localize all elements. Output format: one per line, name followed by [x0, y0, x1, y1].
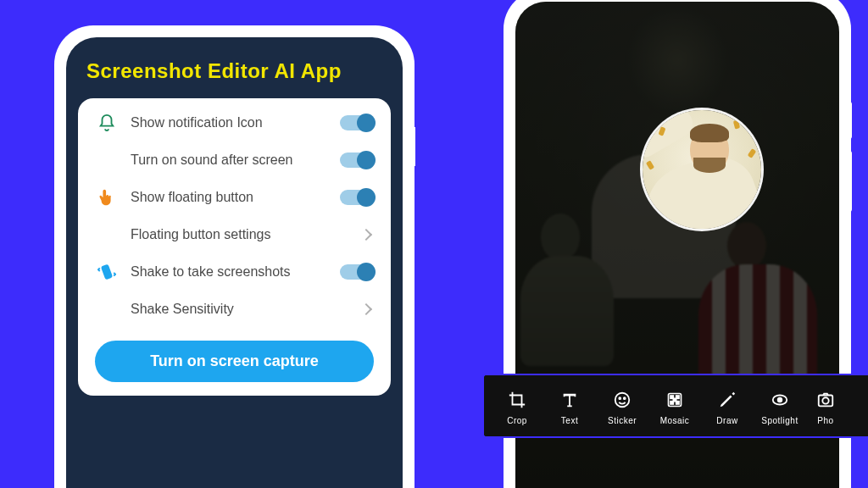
- bell-icon: [95, 114, 119, 132]
- text-icon: [559, 389, 581, 411]
- tool-crop[interactable]: Crop: [491, 389, 543, 425]
- promo-canvas: Screenshot Editor AI App Show notificati…: [0, 0, 868, 488]
- crop-icon: [506, 389, 528, 411]
- spotlight-icon: [769, 389, 791, 411]
- toggle-switch[interactable]: [340, 190, 374, 205]
- phone-side-button: [410, 127, 415, 166]
- draw-icon: [716, 389, 738, 411]
- toggle-switch[interactable]: [340, 264, 374, 280]
- tool-label: Crop: [507, 416, 527, 425]
- pointer-icon: [95, 188, 119, 207]
- shake-icon: [95, 263, 119, 281]
- setting-floating-button[interactable]: Show floating button: [78, 178, 391, 217]
- tool-draw[interactable]: Draw: [701, 389, 754, 425]
- svg-rect-9: [676, 401, 679, 403]
- svg-rect-8: [670, 401, 673, 403]
- turn-on-capture-button[interactable]: Turn on screen capture: [95, 341, 374, 382]
- tool-label: Text: [561, 416, 578, 425]
- setting-label: Show notification Icon: [131, 115, 328, 130]
- svg-point-3: [624, 397, 626, 399]
- tool-photo[interactable]: Pho: [806, 389, 845, 425]
- setting-floating-button-settings[interactable]: Floating button settings: [78, 217, 391, 252]
- tool-text[interactable]: Text: [543, 389, 596, 425]
- toggle-switch[interactable]: [340, 152, 374, 168]
- setting-label: Shake to take screenshots: [131, 264, 328, 280]
- setting-shake-screenshot[interactable]: Shake to take screenshots: [78, 252, 391, 291]
- svg-point-2: [619, 397, 620, 399]
- chevron-right-icon: [360, 303, 372, 315]
- setting-label: Show floating button: [131, 190, 328, 205]
- tool-label: Pho: [817, 416, 833, 425]
- tool-sticker[interactable]: Sticker: [596, 389, 648, 425]
- svg-rect-0: [101, 264, 113, 280]
- setting-label: Shake Sensitivity: [131, 302, 350, 317]
- tool-label: Sticker: [608, 416, 637, 425]
- phone-side-button: [847, 151, 852, 212]
- tool-label: Spotlight: [761, 416, 798, 425]
- settings-card: Show notification Icon Turn on sound aft…: [78, 98, 391, 396]
- setting-shake-sensitivity[interactable]: Shake Sensitivity: [78, 291, 391, 327]
- editor-toolbar: Crop Text Sticker Mosaic Draw: [482, 374, 868, 438]
- svg-point-1: [615, 392, 630, 407]
- mosaic-icon: [664, 389, 686, 411]
- photo-icon: [815, 389, 837, 411]
- spotlight-circle[interactable]: [643, 110, 761, 229]
- app-title: Screenshot Editor AI App: [78, 53, 391, 98]
- tool-mosaic[interactable]: Mosaic: [648, 389, 701, 425]
- svg-point-11: [778, 397, 782, 402]
- setting-label: Turn on sound after screen: [131, 152, 328, 168]
- setting-sound-after-screen[interactable]: Turn on sound after screen: [78, 142, 391, 178]
- sticker-icon: [611, 389, 633, 411]
- tool-label: Mosaic: [660, 416, 690, 425]
- setting-notification-icon[interactable]: Show notification Icon: [78, 103, 391, 142]
- chevron-right-icon: [360, 229, 372, 241]
- phone-side-button: [847, 102, 852, 139]
- tool-label: Draw: [716, 416, 737, 425]
- svg-point-13: [822, 397, 828, 403]
- setting-label: Floating button settings: [131, 227, 350, 242]
- toggle-switch[interactable]: [340, 115, 374, 130]
- phone-screen-left: Screenshot Editor AI App Show notificati…: [66, 37, 403, 488]
- tool-spotlight[interactable]: Spotlight: [754, 389, 806, 425]
- phone-frame-left: Screenshot Editor AI App Show notificati…: [54, 25, 415, 488]
